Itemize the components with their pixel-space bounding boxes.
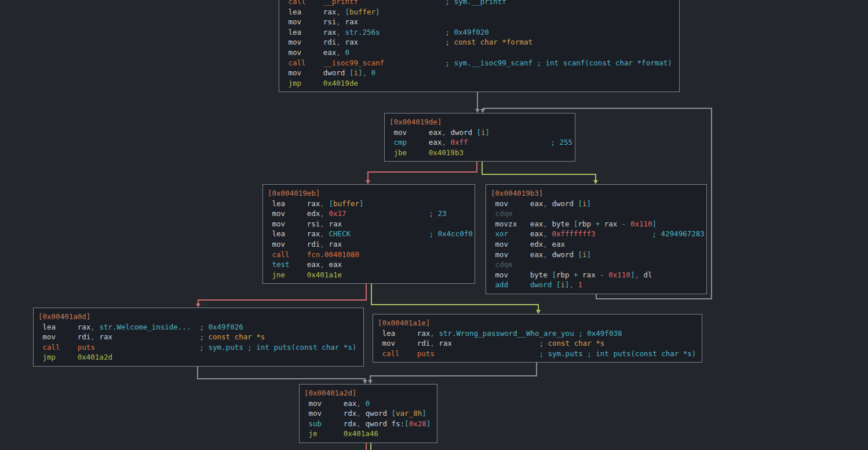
edge-0x00401a2d-true-down-segment — [370, 443, 371, 450]
edge-0x004019de-true-to-0x004019b3-arrow — [593, 180, 598, 184]
block-address-label: [0x004019de] — [389, 117, 570, 127]
asm-line: lea rax, [buffer] — [284, 7, 674, 17]
asm-line: movzx eax, byte [rbp + rax - 0x110] — [491, 219, 702, 229]
block-address-label: [0x00401a0d] — [38, 312, 359, 322]
basic-block-0x00401a1e[interactable]: [0x00401a1e] lea rax, str.Wrong_password… — [373, 314, 702, 363]
asm-line: mov edx, 0x17 ; 23 — [268, 208, 470, 219]
asm-line: mov eax, 0 — [284, 47, 674, 58]
edge-0x00401a1e-to-0x00401a2d-segment — [370, 375, 537, 376]
basic-block-entry[interactable]: call __printf ; sym.__printf lea rax, [b… — [279, 0, 680, 92]
asm-line: mov rsi, rax — [268, 219, 470, 229]
asm-line: mov byte [rbp + rax - 0x110], dl — [491, 270, 702, 280]
block-address-label: [0x004019b3] — [491, 188, 702, 199]
asm-line: jmp 0x401a2d — [38, 352, 359, 363]
edge-0x00401a1e-to-0x00401a2d-arrow — [368, 380, 373, 384]
asm-line: call puts ; sym.puts ; int puts(const ch… — [38, 342, 359, 353]
asm-line: cmp eax, 0xff ; 255 — [389, 137, 570, 148]
asm-line: jmp 0x4019de — [284, 78, 674, 89]
asm-line: jne 0x401a1e — [268, 270, 470, 280]
graph-canvas[interactable]: call __printf ; sym.__printf lea rax, [b… — [0, 0, 868, 450]
basic-block-0x004019de[interactable]: [0x004019de] mov eax, dword [i] cmp eax,… — [384, 113, 575, 162]
edge-0x00401a0d-to-0x00401a2d-segment — [197, 367, 198, 379]
edge-0x00401a1e-to-0x00401a2d-segment — [536, 363, 537, 376]
asm-line: mov rdi, rax ; const char *s — [378, 338, 697, 349]
basic-block-0x00401a2d[interactable]: [0x00401a2d] mov eax, 0 mov rdx, qword [… — [299, 384, 437, 443]
asm-line: call __printf ; sym.__printf — [284, 0, 674, 7]
asm-line: lea rax, CHECK ; 0x4cc0f0 — [268, 229, 470, 239]
edge-0x004019de-true-to-0x004019b3-segment — [482, 162, 483, 175]
edge-0x004019eb-false-to-0x00401a0d-segment — [366, 284, 367, 301]
asm-line: test eax, eax — [268, 259, 470, 270]
asm-line: mov rdi, rax — [268, 239, 470, 250]
edge-0x00401a2d-false-down-segment — [366, 443, 367, 450]
asm-line: mov edx, eax — [491, 239, 702, 250]
asm-line: call __isoc99_scanf ; sym.__isoc99_scanf… — [284, 58, 674, 68]
asm-line: mov dword [i], 0 — [284, 68, 674, 78]
block-address-label: [0x00401a1e] — [378, 318, 697, 328]
asm-line: mov rdi, rax ; const char *format — [284, 37, 674, 47]
basic-block-0x00401a0d[interactable]: [0x00401a0d] lea rax, str.Welcome_inside… — [33, 308, 364, 367]
basic-block-0x004019eb[interactable]: [0x004019eb] lea rax, [buffer] mov edx, … — [262, 184, 475, 284]
edge-0x00401a0d-to-0x00401a2d-arrow — [363, 380, 367, 384]
asm-line: cdqe — [491, 208, 702, 219]
edge-0x004019b3-loop-to-0x004019de-segment — [596, 298, 712, 299]
asm-line: call fcn.00401080 — [268, 250, 470, 260]
edge-0x004019eb-true-to-0x00401a1e-segment — [371, 284, 372, 305]
edge-0x004019de-true-to-0x004019b3-segment — [482, 174, 596, 175]
edge-0x004019b3-loop-to-0x004019de-segment — [483, 108, 712, 109]
block-address-label: [0x004019eb] — [268, 188, 470, 199]
edge-0x004019de-false-to-0x004019eb-segment — [367, 171, 477, 173]
edge-0x00401a0d-to-0x00401a2d-segment — [197, 378, 366, 379]
asm-line: jbe 0x4019b3 — [389, 148, 570, 158]
basic-block-0x004019b3[interactable]: [0x004019b3] mov eax, dword [i] cdqe mov… — [486, 184, 707, 294]
edge-0x004019b3-loop-to-0x004019de-arrow — [480, 109, 485, 113]
block-address-label: [0x00401a2d] — [304, 388, 432, 398]
asm-line: mov eax, dword [i] — [491, 199, 702, 209]
asm-line: lea rax, str.256s ; 0x49f020 — [284, 27, 674, 38]
asm-line: mov rdx, qword [var_8h] — [304, 408, 432, 419]
asm-line: call puts ; sym.puts ; int puts(const ch… — [378, 349, 697, 359]
edge-0x004019eb-false-to-0x00401a0d-segment — [198, 299, 367, 301]
asm-line: lea rax, str.Welcome_inside... ; 0x49f02… — [38, 322, 359, 332]
asm-line: lea rax, [buffer] — [268, 199, 470, 209]
edge-0x004019b3-loop-to-0x004019de-segment — [711, 108, 712, 299]
asm-line: add dword [i], 1 — [491, 280, 702, 290]
edge-0x004019eb-true-to-0x00401a1e-segment — [371, 304, 539, 305]
asm-line: cdqe — [491, 259, 702, 270]
asm-line: mov eax, dword [i] — [389, 127, 570, 138]
edge-0x004019de-false-to-0x004019eb-segment — [367, 171, 369, 181]
asm-line: sub rdx, qword fs:[0x28] — [304, 419, 432, 429]
edge-entry-to-0x004019de-segment — [477, 92, 478, 109]
edge-0x004019eb-false-to-0x00401a0d-arrow — [196, 303, 200, 308]
asm-line: mov rdi, rax ; const char *s — [38, 332, 359, 342]
edge-0x004019de-false-to-0x004019eb-arrow — [366, 180, 370, 184]
asm-line: lea rax, str.Wrong_password__Who_are_you… — [378, 328, 697, 339]
asm-line: mov rsi, rax — [284, 17, 674, 27]
asm-line: mov eax, dword [i] — [491, 250, 702, 260]
asm-line: mov eax, 0 — [304, 398, 432, 409]
edge-0x004019eb-true-to-0x00401a1e-arrow — [536, 310, 541, 314]
edge-entry-to-0x004019de-arrow — [475, 109, 480, 113]
asm-line: xor eax, 0xfffffff3 ; 4294967283 — [491, 229, 702, 239]
asm-line: je 0x401a46 — [304, 429, 432, 439]
